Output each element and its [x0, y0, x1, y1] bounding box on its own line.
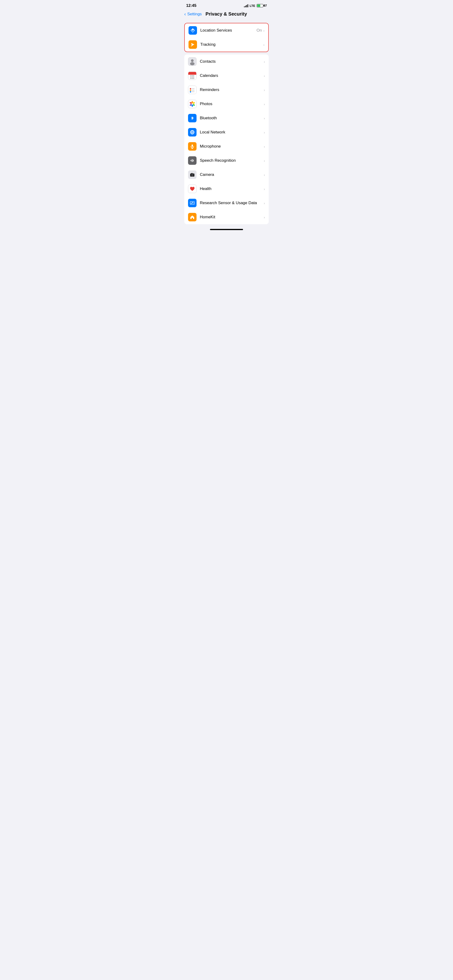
- homekit-icon: [188, 213, 196, 221]
- reminders-icon: [188, 86, 196, 94]
- research-sensor-chevron: ›: [264, 201, 265, 205]
- back-chevron-icon: ‹: [184, 11, 186, 17]
- microphone-icon: [188, 142, 196, 151]
- microphone-item[interactable]: Microphone ›: [184, 139, 269, 153]
- location-services-label: Location Services: [200, 28, 257, 33]
- battery-fill: [257, 5, 260, 7]
- svg-rect-28: [193, 160, 194, 161]
- camera-chevron: ›: [264, 173, 265, 177]
- speech-recognition-chevron: ›: [264, 159, 265, 163]
- battery-percent: 57: [264, 4, 267, 7]
- contacts-chevron: ›: [264, 60, 265, 64]
- contacts-item[interactable]: Contacts ›: [184, 54, 269, 68]
- camera-label: Camera: [200, 172, 264, 177]
- location-services-chevron: ›: [263, 29, 265, 33]
- back-button[interactable]: ‹ Settings: [184, 11, 202, 17]
- battery-container: 57: [257, 4, 267, 7]
- svg-point-7: [190, 89, 191, 91]
- homekit-chevron: ›: [264, 215, 265, 219]
- location-group-section: Location Services On › Tracking ›: [184, 23, 269, 52]
- svg-point-9: [190, 91, 191, 93]
- homekit-label: HomeKit: [200, 215, 264, 220]
- svg-rect-8: [191, 90, 195, 91]
- camera-icon: [188, 170, 196, 179]
- tracking-item[interactable]: Tracking ›: [185, 38, 268, 52]
- svg-point-31: [192, 175, 193, 176]
- local-network-label: Local Network: [200, 130, 264, 135]
- location-services-item[interactable]: Location Services On ›: [185, 23, 268, 38]
- status-bar: 12:45 LTE 57: [180, 0, 273, 10]
- permissions-section: Contacts › Calendars ›: [184, 54, 269, 224]
- contacts-label: Contacts: [200, 59, 264, 64]
- speech-recognition-item[interactable]: Speech Recognition ›: [184, 153, 269, 168]
- lte-label: LTE: [250, 4, 255, 8]
- local-network-item[interactable]: Local Network ›: [184, 125, 269, 139]
- health-label: Health: [200, 186, 264, 191]
- svg-point-2: [191, 59, 193, 62]
- health-icon: [188, 185, 196, 193]
- svg-point-33: [193, 174, 194, 175]
- photos-icon: [188, 100, 196, 108]
- tracking-icon: [188, 40, 197, 49]
- calendars-icon: [188, 72, 196, 80]
- contacts-icon: [188, 57, 196, 66]
- microphone-label: Microphone: [200, 144, 264, 149]
- status-icons: LTE 57: [244, 4, 267, 8]
- svg-point-3: [190, 62, 195, 65]
- microphone-chevron: ›: [264, 145, 265, 148]
- signal-bars: [244, 4, 248, 7]
- camera-item[interactable]: Camera ›: [184, 168, 269, 182]
- svg-rect-10: [191, 91, 195, 92]
- research-sensor-item[interactable]: Research Sensor & Usage Data ›: [184, 196, 269, 210]
- location-services-icon: [188, 26, 197, 35]
- tracking-label: Tracking: [200, 42, 263, 47]
- photos-label: Photos: [200, 102, 264, 106]
- svg-rect-32: [191, 173, 193, 174]
- battery-icon: [257, 4, 263, 7]
- status-time: 12:45: [186, 3, 196, 8]
- svg-rect-27: [192, 159, 193, 162]
- svg-point-38: [193, 202, 194, 203]
- photos-item[interactable]: Photos ›: [184, 97, 269, 111]
- bluetooth-label: Bluetooth: [200, 116, 264, 121]
- bluetooth-icon: [188, 114, 196, 123]
- local-network-icon: [188, 128, 196, 137]
- reminders-chevron: ›: [264, 88, 265, 92]
- page-title: Privacy & Security: [206, 11, 247, 17]
- speech-recognition-label: Speech Recognition: [200, 158, 264, 163]
- svg-point-37: [192, 202, 193, 202]
- location-services-value: On: [257, 28, 262, 33]
- calendars-item[interactable]: Calendars ›: [184, 68, 269, 83]
- svg-rect-26: [191, 160, 191, 161]
- tracking-chevron: ›: [263, 43, 265, 47]
- nav-header: ‹ Settings Privacy & Security: [180, 10, 273, 21]
- reminders-item[interactable]: Reminders ›: [184, 83, 269, 97]
- local-network-chevron: ›: [264, 130, 265, 134]
- svg-rect-23: [191, 145, 193, 147]
- calendars-label: Calendars: [200, 73, 264, 78]
- bluetooth-chevron: ›: [264, 116, 265, 120]
- homekit-item[interactable]: HomeKit ›: [184, 210, 269, 224]
- reminders-label: Reminders: [200, 88, 264, 92]
- research-sensor-label: Research Sensor & Usage Data: [200, 200, 264, 205]
- speech-recognition-icon: [188, 156, 196, 165]
- bluetooth-item[interactable]: Bluetooth ›: [184, 111, 269, 125]
- svg-point-36: [191, 203, 191, 203]
- svg-point-5: [190, 88, 191, 89]
- health-item[interactable]: Health ›: [184, 182, 269, 196]
- health-chevron: ›: [264, 187, 265, 191]
- home-indicator: [210, 229, 243, 230]
- calendars-chevron: ›: [264, 74, 265, 78]
- research-sensor-icon: [188, 199, 196, 207]
- svg-point-0: [192, 30, 193, 31]
- photos-chevron: ›: [264, 102, 265, 106]
- svg-rect-6: [191, 88, 195, 89]
- svg-point-18: [191, 103, 193, 105]
- back-label: Settings: [187, 12, 202, 16]
